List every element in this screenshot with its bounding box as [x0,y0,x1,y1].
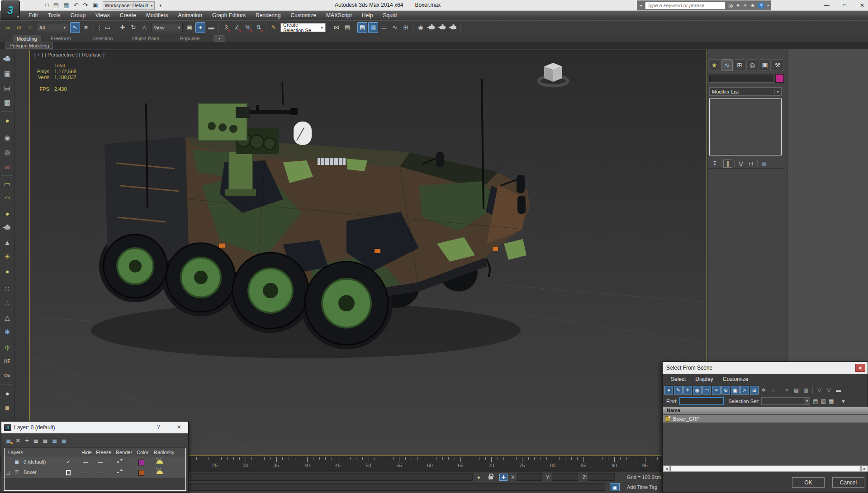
stereo-glasses-icon[interactable]: ∞ [1,160,14,173]
layer-name[interactable]: 0 (default) [24,459,46,465]
layer-row-default[interactable]: ≣ 0 (default) ✓ — — [5,457,185,468]
angle-snap-toggle[interactable]: ∠ [232,22,242,33]
menu-customize[interactable]: Customize [723,376,749,382]
display-space-warps-icon[interactable]: ≈ [712,386,721,394]
viewcube[interactable] [539,63,568,86]
display-geometry-icon[interactable]: ● [664,386,673,394]
layer-table-header[interactable]: Layers Hide Freeze Render Color Radiosit… [5,448,185,457]
display-frozen-icon[interactable]: ❄ [759,386,768,394]
ribbon-tab-freeform[interactable]: Freeform [47,35,75,42]
ribbon-tab-object-paint[interactable]: Object Paint [128,35,163,42]
expand-options-icon[interactable]: ▾ [842,398,844,404]
radiosity-icon[interactable] [157,470,163,474]
set-current-layer-icon[interactable]: ≣ [43,437,48,444]
sphere-light-icon[interactable]: ● [1,265,14,277]
radiosity-icon[interactable] [157,460,163,464]
filter-set-icon[interactable]: ▽ [825,386,833,394]
make-unique-button[interactable]: ⋁ [736,160,745,168]
layer-dialog-close-icon[interactable]: ✕ [177,424,181,430]
select-dialog-titlebar[interactable]: Select From Scene ✕ [663,362,868,374]
light-lister-icon[interactable]: ● [1,114,14,127]
rendered-frame-window-button[interactable] [437,22,447,33]
delete-layer-icon[interactable]: ✕ [15,437,21,444]
communication-center-icon[interactable]: ✧ [743,2,747,9]
select-by-name-button[interactable]: ≡ [81,22,91,33]
close-button[interactable]: ✕ [860,2,864,9]
select-and-scale-button[interactable]: △ [139,22,149,33]
isolate-selection-button[interactable]: ▣ [610,483,620,491]
sphere-preview-icon[interactable]: ● [1,387,14,399]
col-render[interactable]: Render [116,450,132,455]
scene-object-list[interactable]: Boxer_GRP [663,414,868,465]
viewport-label[interactable]: [ + ] [ Perspective ] [ Realistic ] [34,52,104,57]
name-column-header[interactable]: Name [663,407,868,414]
tab-display[interactable]: ▣ [759,59,771,71]
schematic-view-button[interactable]: ⊞ [401,22,411,33]
tab-create[interactable]: ★ [708,59,720,71]
select-layer-objects-icon[interactable]: ≣ [52,437,57,444]
dome-light-icon[interactable]: ◠ [1,193,14,205]
minimize-button[interactable]: — [824,2,830,9]
project-folder-button[interactable]: ▣ [92,1,98,10]
menu-animation[interactable]: Animation [173,12,207,19]
snaps-toggle-3d[interactable]: 3 [221,22,231,33]
window-crossing-toggle[interactable]: ▭ [103,22,113,33]
search-icon[interactable]: ◎ [728,2,733,9]
menu-customize[interactable]: Customize [285,12,321,19]
select-and-manipulate-button[interactable]: + [195,22,205,33]
manage-layers-button[interactable]: ▤ [357,22,367,33]
polygon-modeling-panel-button[interactable]: Polygon Modeling [5,42,53,49]
highlight-layer-icon[interactable]: ≣ [62,437,67,444]
current-layer-check-icon[interactable]: ✓ [66,459,70,465]
curve-editor-button[interactable]: ∿ [390,22,400,33]
material-palette-icon[interactable]: ▦ [1,401,14,414]
display-cameras-icon[interactable]: ◉ [693,386,702,394]
display-hidden-icon[interactable]: ◌ [769,386,778,394]
hide-toggle[interactable]: — [83,470,88,475]
plane-light-icon[interactable]: ▭ [1,178,14,191]
use-pivot-center-button[interactable]: ▣ [185,22,194,33]
ox-tool-icon[interactable]: Ox [1,369,14,382]
scrollbar-thumb[interactable] [670,465,861,472]
menu-edit[interactable]: Edit [24,12,43,19]
menu-select[interactable]: Select [671,376,686,382]
tab-modify[interactable]: ∿ [721,59,733,71]
perspective-viewport[interactable]: [ + ] [ Perspective ] [ Realistic ] Tota… [29,50,707,456]
menu-help[interactable]: Help [357,12,378,19]
pin-stack-button[interactable]: ↧ [710,160,719,168]
array-tool-icon[interactable]: ∷ [1,282,14,295]
menu-views[interactable]: Views [90,12,115,19]
rectangular-selection-region-button[interactable] [92,22,102,33]
menu-tools[interactable]: Tools [43,12,66,19]
add-selection-to-layer-icon[interactable]: + [24,436,29,445]
scene-explorer-button[interactable]: ▥ [368,22,378,33]
display-lights-icon[interactable]: ☀ [683,386,692,394]
display-containers-icon[interactable]: ⊞ [750,386,759,394]
display-xrefs-icon[interactable]: ▣ [731,386,740,394]
material-editor-button[interactable]: ◉ [416,22,426,33]
menu-maxscript[interactable]: MAXScript [321,12,357,19]
select-object-button[interactable]: ↖ [70,22,80,33]
col-hide[interactable]: Hide [81,450,92,455]
open-file-button[interactable]: ▤ [53,1,59,10]
x-coord-field[interactable] [517,473,542,481]
menu-group[interactable]: Group [66,12,90,19]
display-groups-icon[interactable]: ⊕ [721,386,730,394]
column-view-icon[interactable]: ▤ [792,386,801,394]
select-and-link-icon[interactable]: ∞ [3,22,13,33]
display-bones-icon[interactable]: ≻ [740,386,749,394]
hide-toggle[interactable]: — [83,459,88,465]
y-coord-field[interactable] [552,473,578,481]
selection-filter-dropdown[interactable]: All ▾ [37,23,68,32]
cone-icon[interactable]: ▲ [1,236,14,249]
favorites-star-icon[interactable]: ★ [750,2,755,9]
col-layers[interactable]: Layers [8,450,23,455]
ribbon-tab-populate[interactable]: Populate [176,35,203,42]
named-selection-sets-dropdown[interactable]: Create Selection Se ▾ [280,23,326,32]
infocenter-collapse-icon[interactable]: ◄ [639,4,642,8]
menu-create[interactable]: Create [115,12,141,19]
render-dialog-icon[interactable]: ▤ [1,82,14,94]
render-setup-button[interactable] [427,22,436,33]
workspace-selector[interactable]: Workspace: Default ▾ [103,1,155,10]
col-color[interactable]: Color [137,450,148,455]
